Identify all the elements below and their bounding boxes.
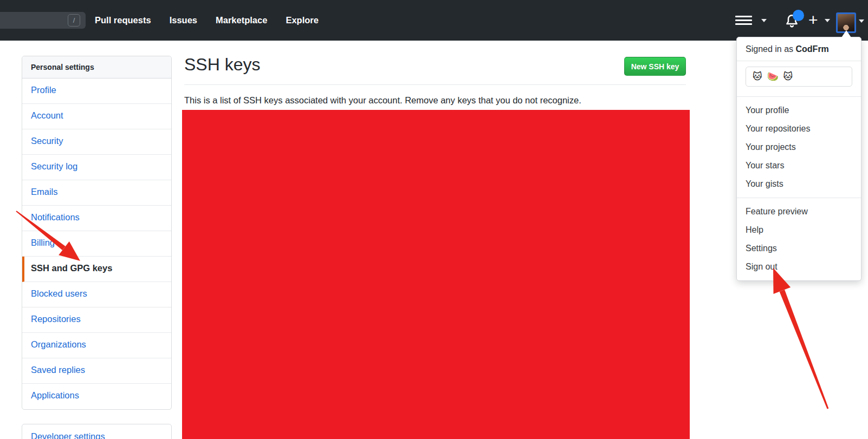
- sidebar-nav: ProfileAccountSecuritySecurity logEmails…: [22, 78, 171, 409]
- sidebar-item[interactable]: Applications: [22, 384, 171, 409]
- arrow-to-settings-item: [773, 268, 828, 409]
- username: CodFrm: [796, 44, 829, 54]
- user-dropdown-menu: Signed in as CodFrm 🐱 🍉 🐱 Your profileYo…: [736, 37, 861, 281]
- hamburger-menu-icon[interactable]: [735, 16, 752, 25]
- nav-link[interactable]: Explore: [286, 15, 319, 25]
- unread-notification-dot: [793, 10, 804, 21]
- signed-in-status[interactable]: Signed in as CodFrm: [737, 37, 861, 61]
- chevron-down-icon[interactable]: [859, 19, 864, 23]
- sidebar-item[interactable]: Security: [22, 129, 171, 155]
- top-nav: Pull requestsIssuesMarketplaceExplore: [95, 0, 319, 41]
- dropdown-pointer: [839, 30, 853, 41]
- sidebar-item[interactable]: Organizations: [22, 333, 171, 358]
- sidebar-item[interactable]: Account: [22, 104, 171, 129]
- chevron-down-icon[interactable]: [825, 19, 830, 22]
- sidebar-item[interactable]: Notifications: [22, 206, 171, 231]
- sidebar-item[interactable]: Security log: [22, 155, 171, 180]
- user-menu-item[interactable]: Your repositories: [737, 120, 861, 138]
- user-menu-item[interactable]: Your profile: [737, 101, 861, 120]
- new-ssh-key-button[interactable]: New SSH key: [624, 57, 686, 76]
- sidebar-item[interactable]: Repositories: [22, 307, 171, 333]
- sidebar-item[interactable]: Blocked users: [22, 282, 171, 307]
- user-menu-primary: Your profileYour repositoriesYour projec…: [737, 97, 861, 198]
- nav-link[interactable]: Pull requests: [95, 15, 151, 25]
- emoji-status-box[interactable]: 🐱 🍉 🐱: [746, 67, 852, 87]
- page-description: This is a list of SSH keys associated wi…: [184, 95, 581, 106]
- developer-settings-box[interactable]: Developer settings: [22, 424, 172, 439]
- top-header: / Pull requestsIssuesMarketplaceExplore …: [0, 0, 868, 41]
- slash-key-hint: /: [68, 14, 80, 27]
- user-menu-secondary: Feature previewHelpSettingsSign out: [737, 198, 861, 280]
- sidebar-item[interactable]: Billing: [22, 231, 171, 257]
- user-menu-item[interactable]: Sign out: [737, 258, 861, 276]
- sidebar-title: Personal settings: [22, 56, 171, 78]
- settings-sidebar: Personal settings ProfileAccountSecurity…: [22, 56, 172, 410]
- sidebar-item[interactable]: Saved replies: [22, 358, 171, 384]
- user-menu-item[interactable]: Settings: [737, 239, 861, 258]
- sidebar-item[interactable]: SSH and GPG keys: [22, 257, 171, 282]
- user-menu-item[interactable]: Your stars: [737, 156, 861, 175]
- create-new-plus-icon[interactable]: +: [808, 12, 818, 28]
- chevron-down-icon[interactable]: [761, 19, 767, 22]
- user-menu-item[interactable]: Your gists: [737, 175, 861, 193]
- sidebar-item[interactable]: Profile: [22, 78, 171, 104]
- search-input[interactable]: /: [0, 12, 86, 29]
- user-menu-item[interactable]: Help: [737, 221, 861, 239]
- user-menu-item[interactable]: Your projects: [737, 138, 861, 156]
- sidebar-item[interactable]: Emails: [22, 180, 171, 206]
- nav-link[interactable]: Issues: [170, 15, 197, 25]
- nav-link[interactable]: Marketplace: [216, 15, 267, 25]
- page-title: SSH keys: [184, 55, 260, 75]
- user-menu-item[interactable]: Feature preview: [737, 202, 861, 221]
- divider: [184, 84, 686, 85]
- redacted-ssh-key-list: [182, 110, 690, 439]
